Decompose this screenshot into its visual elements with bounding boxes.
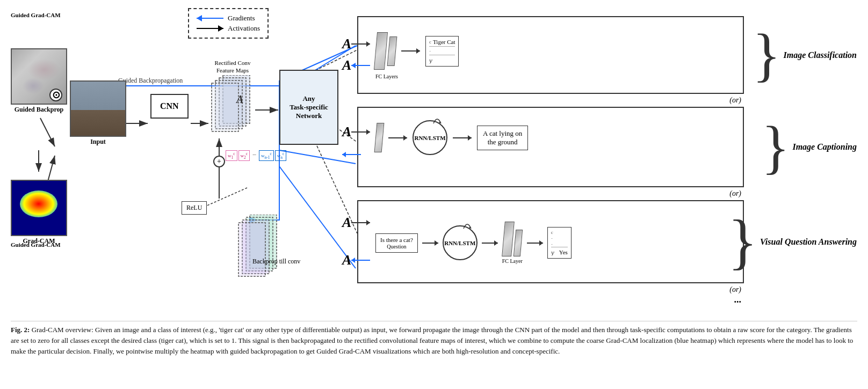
a-letter-vqa2: A (342, 252, 351, 268)
vqa-text: Visual Question Answering (760, 237, 857, 247)
input-section: Input (70, 80, 126, 146)
fc-block-2 (387, 36, 397, 66)
gradient-arrow-icon (197, 18, 223, 19)
a-marker2-captioning (342, 151, 361, 160)
fc-layers-label: FC Layers (375, 74, 398, 79)
guided-gradcam-bottom-label: Guided Grad-CAM (11, 241, 61, 248)
task-network-block: AnyTask-specificNetwork (279, 70, 338, 145)
a-marker-vqa-top: A (342, 215, 370, 231)
svg-marker-49 (351, 258, 355, 263)
fc-block-caption (374, 123, 385, 152)
rectified-conv-label: Rectified ConvFeature Maps (208, 59, 257, 75)
image-captioning-section: A (357, 107, 744, 305)
caption-section: Fig. 2: Grad-CAM overview: Given an imag… (11, 321, 857, 357)
legend-box: Gradients Activations (188, 8, 269, 39)
legend-gradients: Gradients (197, 14, 260, 23)
svg-marker-56 (539, 240, 543, 246)
question-label: Question (387, 244, 406, 249)
y-hat-vqa: c - - y Yes (547, 227, 572, 259)
question-text: Is there a cat? (380, 237, 413, 243)
svg-marker-31 (366, 41, 370, 47)
image-classification-box: A A FC Layers (357, 16, 744, 94)
activation-arrow-icon (197, 28, 223, 29)
tiger-cat-row: c Tiger Cat (429, 39, 455, 47)
rnn-lstm-label-caption: RNN/LSTM (414, 135, 445, 141)
task-network-label: AnyTask-specificNetwork (290, 94, 328, 120)
image-classification-section: A A FC Layers (357, 16, 744, 305)
or-label-2: (or) (357, 189, 744, 198)
fc-classification-row: FC Layers c Tiger Cat - y (375, 32, 736, 70)
guided-gradcam-label: Guided Grad-CAM (11, 12, 61, 18)
svg-text:Guided Backpropagation: Guided Backpropagation (118, 77, 183, 84)
caption-text-box: A cat lying onthe ground (477, 126, 528, 150)
captioning-row: RNN/LSTM A cat lying onthe ground (375, 120, 736, 155)
vqa-row: Is there a cat? Question (375, 222, 736, 264)
vqa-brace: } Visual Question Answering (728, 200, 857, 283)
fc-block-vqa-1 (502, 222, 515, 256)
or-label-3: (or) (357, 285, 744, 294)
yes-row: y Yes (551, 247, 568, 256)
c-superscript: c (429, 39, 431, 45)
fc-blocks-vqa (503, 222, 522, 256)
svg-text:A: A (235, 93, 243, 105)
feature-maps-stack: A (209, 75, 261, 136)
y-hat-box-classification: c Tiger Cat - y (425, 36, 459, 67)
svg-marker-38 (366, 129, 370, 135)
cnn-label: CNN (160, 101, 179, 111)
weight-labels: w1c w2c ... wn-1c wnc (226, 150, 286, 161)
multiply-symbol: ⊙ (49, 89, 62, 101)
fc-layer-label: FC Layer (502, 258, 523, 264)
svg-marker-35 (416, 48, 420, 54)
vqa-box: A A Is there a cat? Question (357, 200, 744, 283)
diagram-area: Guided Backpropagation (11, 5, 857, 317)
y-row: y (429, 55, 455, 64)
gradients-label: Gradients (228, 14, 255, 23)
image-captioning-brace: } Image Captioning (762, 107, 857, 187)
fc-block-1 (374, 32, 388, 70)
input-visual (71, 80, 125, 137)
svg-line-15 (40, 118, 55, 146)
a-marker2-classification: A (342, 57, 370, 74)
image-captioning-text: Image Captioning (792, 142, 857, 152)
image-classification-text: Image Classification (784, 50, 857, 60)
image-classification-brace: } Image Classification (753, 16, 857, 94)
gradcam-image (11, 180, 67, 236)
svg-marker-54 (494, 240, 498, 246)
a-letter-captioning: A (342, 124, 351, 140)
legend-activations: Activations (197, 24, 260, 33)
a-letter-vqa: A (342, 215, 351, 231)
w2-label: w2c (238, 150, 250, 161)
tiger-cat-label: Tiger Cat (433, 39, 455, 45)
backprop-label-text: Backprop till conv (252, 258, 300, 265)
guided-gradcam-label-container: Guided Grad-CAM (11, 11, 61, 18)
svg-marker-40 (342, 152, 346, 157)
fig-label: Fig. 2: (11, 326, 30, 334)
a-letter2: A (342, 57, 351, 74)
input-image (70, 80, 126, 137)
plus-circle: + (213, 156, 225, 167)
rnn-lstm-circle-vqa: RNN/LSTM (443, 225, 478, 260)
fc-blocks: FC Layers (375, 32, 396, 70)
guided-backprop-label: Guided Backprop (15, 106, 63, 114)
svg-rect-29 (238, 223, 265, 276)
svg-marker-47 (366, 220, 370, 225)
bottom-feature-maps (236, 215, 287, 281)
rnn-arrow-vqa-icon (462, 221, 472, 231)
relu-label: ReLU (186, 204, 202, 211)
gradcam-visual (12, 180, 66, 236)
w1-label: w1c (226, 150, 237, 161)
svg-rect-24 (212, 83, 238, 131)
a-marker-captioning: A (342, 124, 370, 140)
feature-maps-svg: A (209, 75, 261, 134)
gradcam-section: Grad-CAM (11, 180, 67, 245)
image-captioning-box: A (357, 107, 744, 187)
fc-layer-vqa: FC Layer (502, 222, 523, 264)
a-marker-classification: A (342, 36, 370, 52)
svg-marker-51 (435, 240, 438, 246)
caption-text: Grad-CAM overview: Given an image and a … (11, 326, 853, 355)
question-box: Is there a cat? Question (375, 233, 418, 253)
input-label: Input (90, 138, 106, 146)
relu-block: ReLU (182, 201, 207, 215)
c-label-vqa: c (551, 230, 568, 235)
guided-backprop-section: Guided Backprop (11, 48, 67, 114)
